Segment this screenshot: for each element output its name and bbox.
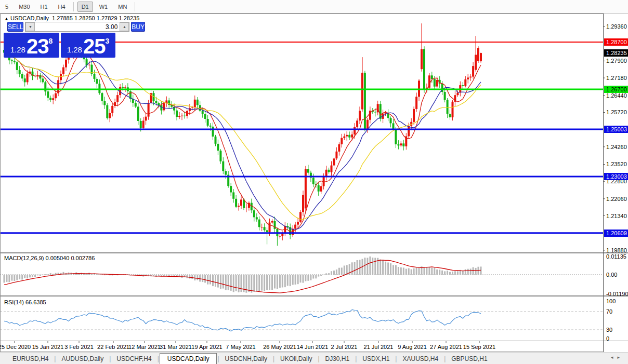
price-level-badge: 1.26700 — [604, 86, 628, 93]
one-click-trade-panel: SELL ▼ ▲ BUY 1.28238 1.28253 — [4, 22, 115, 58]
date-tick-label: 15 Sep 2021 — [463, 344, 495, 350]
sell-price-box[interactable]: 1.28238 — [4, 33, 59, 58]
date-tick-label: 26 May 2021 — [263, 344, 296, 350]
tab-scroll-left-icon[interactable]: ◂ — [611, 355, 618, 360]
price-tick-label: 1.27900 — [606, 58, 627, 64]
macd-scale-label: -0.01190 — [606, 291, 628, 297]
rsi-label: RSI(14) 66.6385 — [4, 299, 46, 305]
chart-tab-xauusd[interactable]: XAUUSD,H4 — [397, 354, 443, 363]
tab-scroll-arrows: ◂▸ — [611, 355, 624, 360]
buy-price-prefix: 1.28 — [67, 43, 82, 57]
timeframe-button-mn[interactable]: MN — [114, 2, 131, 12]
sell-price-big: 23 — [27, 36, 49, 57]
date-tick-label: 31 Mar 2021 — [160, 344, 192, 350]
buy-price-box[interactable]: 1.28253 — [61, 33, 115, 58]
tab-scroll-right-icon[interactable]: ▸ — [617, 355, 624, 360]
buy-price-pip: 3 — [105, 37, 109, 45]
collapse-triangle-icon[interactable]: ▲ — [4, 16, 9, 21]
price-tick-label: 1.24260 — [606, 144, 627, 150]
chart-tab-dj30[interactable]: DJ30,H1 — [320, 354, 355, 363]
chart-tab-eurusd[interactable]: EURUSD,H4 — [7, 354, 54, 363]
price-tick-label: 1.26440 — [606, 92, 627, 99]
chart-tab-gbpusd[interactable]: GBPUSD,H1 — [446, 354, 492, 363]
price-level-badge: 1.23003 — [604, 173, 628, 180]
sell-price-prefix: 1.28 — [10, 43, 25, 57]
rsi-scale-label: 30 — [606, 327, 612, 333]
price-tick-label: 1.27180 — [606, 75, 627, 81]
date-tick-label: 21 Jul 2021 — [364, 344, 394, 350]
rsi-scale-label: 0 — [606, 335, 609, 342]
price-tick-label: 1.19880 — [606, 247, 627, 253]
timeframe-button-w1[interactable]: W1 — [95, 2, 112, 12]
volume-stepper: ▼ ▲ — [25, 22, 129, 32]
rsi-scale-label: 70 — [606, 308, 612, 315]
sell-price-pip: 8 — [48, 37, 53, 45]
date-tick-label: 3 Feb 2021 — [64, 344, 94, 350]
price-level-badge: 1.20609 — [604, 230, 628, 237]
price-level-badge: 1.25003 — [604, 126, 628, 133]
chart-tab-usdcad[interactable]: USDCAD,Daily — [160, 353, 217, 364]
price-tick-label: 1.23520 — [606, 161, 627, 167]
symbol-name: USDCAD,Daily — [10, 15, 49, 21]
chart-tab-audusd[interactable]: AUDUSD,Daily — [56, 354, 109, 363]
price-level-badge: 1.28700 — [604, 38, 628, 46]
date-tick-label: 9 Aug 2021 — [398, 344, 427, 350]
date-tick-label: 12 Mar 2021 — [128, 344, 161, 350]
macd-label: MACD(12,26,9) 0.005040 0.002786 — [4, 255, 95, 261]
symbol-ohlc-line: ▲ USDCAD,Daily 1.27885 1.28250 1.27829 1… — [4, 15, 139, 21]
volume-decrease-button[interactable]: ▼ — [25, 22, 35, 31]
date-tick-label: 25 Dec 2020 — [0, 344, 31, 350]
date-tick-label: 15 Jan 2021 — [32, 344, 64, 350]
price-level-badge: 1.28235 — [604, 49, 628, 57]
date-tick-label: 14 Jun 2021 — [297, 344, 329, 350]
date-tick-label: 27 Aug 2021 — [430, 344, 462, 350]
open-value: 1.27885 — [52, 15, 73, 21]
toolbar-separator — [73, 2, 74, 11]
toolbar-separator — [135, 2, 135, 11]
timeframe-button-h4[interactable]: H4 — [54, 2, 70, 12]
chart-tab-ukoil[interactable]: UKOil,Daily — [275, 354, 317, 363]
macd-scale-label: 0.00 — [606, 272, 617, 278]
timeframe-toolbar: 5M30H1H4D1W1MN — [0, 0, 628, 14]
chart-tab-bar: EURUSD,H4|AUDUSD,Daily|USDCHF,H4|USDCAD,… — [0, 353, 628, 364]
buy-price-big: 25 — [83, 36, 106, 57]
timeframe-button-m30[interactable]: M30 — [15, 2, 34, 12]
price-tick-label: 1.29360 — [606, 23, 627, 30]
date-tick-label: 7 May 2021 — [226, 344, 255, 350]
buy-button[interactable]: BUY — [131, 22, 145, 32]
date-tick-label: 22 Feb 2021 — [97, 344, 129, 350]
rsi-scale-label: 100 — [606, 298, 616, 304]
timeframe-button-5[interactable]: 5 — [1, 2, 12, 12]
chart-tab-usdcnh[interactable]: USDCNH,Daily — [220, 354, 272, 363]
date-tick-label: 19 Apr 2021 — [191, 344, 222, 350]
price-tick-label: 1.25720 — [606, 109, 627, 115]
sell-button[interactable]: SELL — [7, 22, 23, 32]
high-value: 1.28250 — [74, 15, 95, 21]
low-value: 1.27829 — [97, 15, 117, 21]
volume-input[interactable] — [35, 22, 120, 31]
date-tick-label: 2 Jul 2021 — [331, 344, 358, 350]
price-tick-label: 1.21340 — [606, 213, 627, 219]
chart-tab-usdx[interactable]: USDX,H1 — [357, 354, 395, 363]
close-value: 1.28235 — [119, 15, 140, 21]
macd-scale-label: 0.01135 — [606, 253, 626, 260]
price-tick-label: 1.22060 — [606, 196, 627, 202]
timeframe-button-d1[interactable]: D1 — [77, 2, 93, 12]
volume-increase-button[interactable]: ▲ — [120, 22, 129, 31]
timeframe-button-h1[interactable]: H1 — [36, 2, 52, 12]
chart-tab-usdchf[interactable]: USDCHF,H4 — [111, 354, 156, 363]
